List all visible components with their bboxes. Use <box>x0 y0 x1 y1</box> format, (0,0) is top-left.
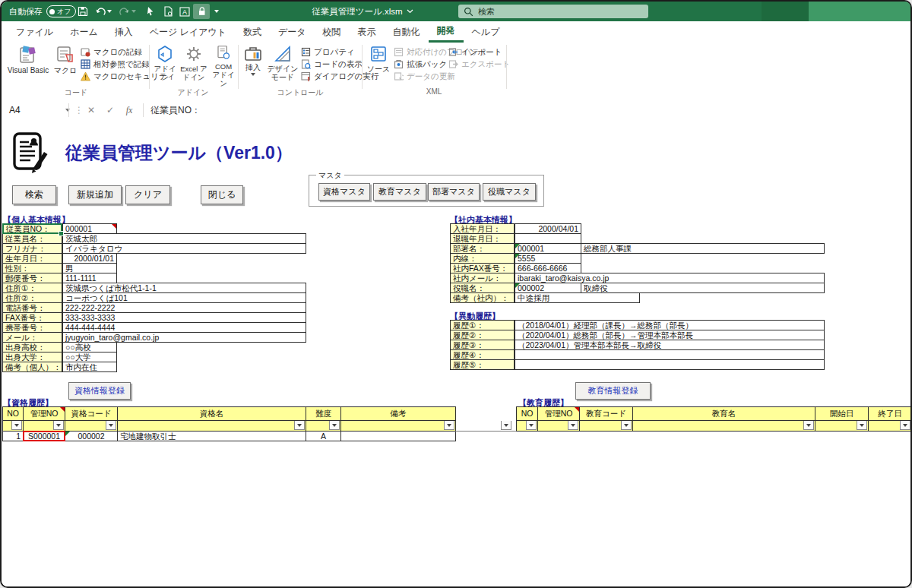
field-label-extension[interactable]: 内線： <box>450 253 515 264</box>
education-master-button[interactable]: 教育マスタ <box>373 183 426 201</box>
filter-dropdown-button[interactable] <box>106 420 116 430</box>
retire-date-value[interactable] <box>515 233 581 244</box>
properties-button[interactable]: プロパティ <box>301 46 355 58</box>
relative-references-button[interactable]: 相対参照で記録 <box>81 58 150 70</box>
filter-dropdown-button[interactable] <box>294 420 305 430</box>
field-label-retire-date[interactable]: 退職年月日： <box>450 233 515 244</box>
postal-code-value[interactable]: 111-1111 <box>62 273 117 283</box>
qual-row-kanri-no[interactable]: S000001 <box>23 431 65 441</box>
page-setup-button[interactable] <box>160 4 176 19</box>
field-label-hire-date[interactable]: 入社年月日： <box>450 223 515 234</box>
qual-row-code[interactable]: 000002 <box>65 431 118 441</box>
visual-basic-button[interactable]: Visual Basic <box>6 45 50 87</box>
lock-cell-button[interactable] <box>193 4 210 19</box>
tab-file[interactable]: ファイル <box>8 21 62 43</box>
field-label-company-email[interactable]: 社内メール： <box>450 273 515 283</box>
history2-value[interactable]: （2020/04/01）総務部（部長）→管理本部本部長 <box>515 330 825 340</box>
field-label-gender[interactable]: 性別： <box>2 263 62 273</box>
field-label-history2[interactable]: 履歴②： <box>450 330 515 340</box>
field-label-personal-note[interactable]: 備考（個人）： <box>2 362 62 372</box>
department-name-value[interactable]: 総務部人事課 <box>581 243 825 254</box>
company-fax-value[interactable]: 666-666-6666 <box>515 263 581 273</box>
position-master-button[interactable]: 役職マスタ <box>483 183 536 201</box>
qat-customize-button[interactable] <box>211 4 222 19</box>
field-label-history3[interactable]: 履歴③： <box>450 340 515 350</box>
fx-icon[interactable]: fx <box>122 102 137 119</box>
enter-icon[interactable]: ✓ <box>103 102 118 119</box>
gender-value[interactable]: 男 <box>62 263 117 273</box>
name-box[interactable]: A4 <box>5 102 74 119</box>
register-education-button[interactable]: 教育情報登録 <box>575 382 651 400</box>
field-label-department[interactable]: 部署名： <box>450 243 515 254</box>
tab-view[interactable]: 表示 <box>350 21 385 43</box>
qual-row-rank[interactable]: A <box>306 431 341 441</box>
field-label-position[interactable]: 役職名： <box>450 283 515 293</box>
macros-button[interactable]: マクロ <box>52 45 79 87</box>
birthdate-value[interactable]: 2000/01/01 <box>62 253 117 264</box>
xml-source-button[interactable]: ソース <box>366 45 391 87</box>
field-label-phone[interactable]: 電話番号： <box>2 302 62 313</box>
employee-name-value[interactable]: 茨城太郎 <box>62 233 306 244</box>
company-email-value[interactable]: ibaraki_taro@kaisya.co.jp <box>515 273 825 283</box>
filter-dropdown-button[interactable] <box>803 420 814 430</box>
department-code-value[interactable]: 000001 <box>515 243 581 254</box>
cancel-icon[interactable]: ✕ <box>84 102 99 119</box>
field-label-address1[interactable]: 住所①： <box>2 283 62 293</box>
tab-help[interactable]: ヘルプ <box>464 21 508 43</box>
history1-value[interactable]: （2018/04/01）経理部（課長）→総務部（部長） <box>515 320 825 330</box>
company-note-value[interactable]: 中途採用 <box>515 292 640 303</box>
filter-dropdown-button[interactable] <box>11 420 22 430</box>
clear-button[interactable]: クリア <box>125 185 170 204</box>
qual-row-name[interactable]: 宅地建物取引士 <box>117 431 306 441</box>
search-box[interactable]: 検索 <box>458 5 648 18</box>
position-name-value[interactable]: 取締役 <box>581 283 825 293</box>
tab-insert[interactable]: 挿入 <box>106 21 141 43</box>
employee-no-value[interactable]: 000001 <box>62 223 117 234</box>
expansion-packs-button[interactable]: 拡張パック <box>394 58 447 70</box>
fax-value[interactable]: 333-333-3333 <box>62 312 306 323</box>
field-label-history5[interactable]: 履歴⑤： <box>450 359 515 370</box>
design-mode-button[interactable]: デザイン モード <box>266 45 299 87</box>
filter-dropdown-button[interactable] <box>501 420 511 430</box>
department-master-button[interactable]: 部署マスタ <box>428 183 480 201</box>
qualification-master-button[interactable]: 資格マスタ <box>318 183 370 201</box>
field-label-history1[interactable]: 履歴①： <box>450 320 515 330</box>
personal-note-value[interactable]: 市内在住 <box>62 362 117 372</box>
close-button[interactable]: 閉じる <box>201 185 243 204</box>
save-button[interactable] <box>74 4 91 19</box>
high-school-value[interactable]: ○○高校 <box>62 342 117 352</box>
field-label-employee-name[interactable]: 従業員名： <box>2 233 62 244</box>
filter-dropdown-button[interactable] <box>900 420 910 430</box>
tab-automate[interactable]: 自動化 <box>385 21 429 43</box>
filter-dropdown-button[interactable] <box>621 420 632 430</box>
history3-value[interactable]: （2023/04/01）管理本部本部長→取締役 <box>515 340 825 350</box>
text-box-button[interactable]: A <box>176 4 193 19</box>
field-label-address2[interactable]: 住所②： <box>2 292 62 303</box>
filter-dropdown-button[interactable] <box>444 420 454 430</box>
field-label-mobile[interactable]: 携帯番号： <box>2 322 62 333</box>
furigana-value[interactable]: イバラキタロウ <box>62 243 306 254</box>
tab-review[interactable]: 校閲 <box>315 21 350 43</box>
register-qualification-button[interactable]: 資格情報登録 <box>68 382 131 400</box>
phone-value[interactable]: 222-222-2222 <box>62 302 306 313</box>
field-label-company-fax[interactable]: 社内FAX番号： <box>450 263 515 273</box>
autosave-toggle[interactable]: 自動保存 オフ <box>9 2 76 21</box>
field-label-history4[interactable]: 履歴④： <box>450 349 515 360</box>
fill-handle[interactable] <box>59 231 64 236</box>
field-label-employee-no[interactable]: 従業員NO： <box>2 223 62 234</box>
field-label-company-note[interactable]: 備考（社内）： <box>450 292 515 303</box>
search-record-button[interactable]: 検索 <box>12 185 56 204</box>
field-label-university[interactable]: 出身大学： <box>2 352 62 362</box>
field-label-birthdate[interactable]: 生年月日： <box>2 253 62 264</box>
email-value[interactable]: jyugyoin_taro@gmail.co.jp <box>62 332 306 343</box>
tab-home[interactable]: ホーム <box>62 21 106 43</box>
filter-dropdown-button[interactable] <box>857 420 867 430</box>
field-label-furigana[interactable]: フリガナ： <box>2 243 62 254</box>
field-label-email[interactable]: メール： <box>2 332 62 343</box>
field-label-high-school[interactable]: 出身高校： <box>2 342 62 352</box>
field-label-fax[interactable]: FAX番号： <box>2 312 62 323</box>
history5-value[interactable] <box>515 359 825 370</box>
addins-button[interactable]: アドイン <box>153 45 177 87</box>
address2-value[interactable]: コーポつくば101 <box>62 292 306 303</box>
filter-dropdown-button[interactable] <box>568 420 578 430</box>
